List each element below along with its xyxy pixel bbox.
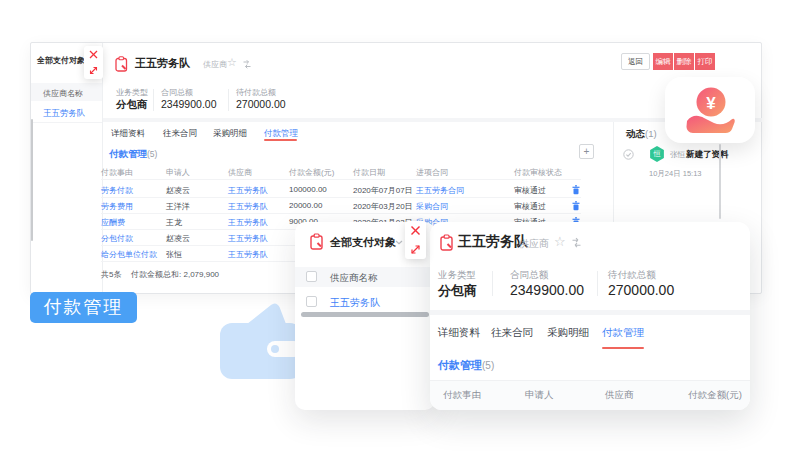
- star-icon[interactable]: ☆: [554, 234, 566, 249]
- total-value: 2,079,900: [183, 270, 219, 279]
- cell-supplier[interactable]: 王五劳务队: [228, 233, 268, 244]
- record-icon: [440, 234, 454, 251]
- stat-value: 270000.00: [608, 282, 674, 298]
- activity-time: 10月24日 15:13: [649, 169, 702, 179]
- tab-purchases[interactable]: 采购明细: [547, 326, 589, 340]
- payee-column-header: 供应商名称: [43, 88, 83, 99]
- cell-applicant: 赵凌云: [166, 233, 190, 244]
- col-header: 申请人: [166, 167, 190, 178]
- check-circle-icon: [623, 149, 634, 160]
- divider: [153, 89, 154, 111]
- stat-value: 分包商: [438, 282, 477, 300]
- divider: [101, 213, 581, 214]
- tab-contracts[interactable]: 往来合同: [491, 326, 533, 340]
- section-title: 付款管理(5): [109, 148, 157, 161]
- section-divider: [430, 310, 750, 315]
- col-header: 供应商: [228, 167, 252, 178]
- cell-supplier[interactable]: 王五劳务队: [228, 217, 268, 228]
- col-header: 付款事由: [443, 389, 481, 402]
- tab-contracts[interactable]: 往来合同: [163, 128, 197, 140]
- expand-icon[interactable]: [410, 244, 421, 255]
- add-payment-button[interactable]: +: [579, 144, 594, 159]
- cell-reason[interactable]: 劳务费用: [101, 201, 133, 212]
- trash-icon[interactable]: [572, 201, 580, 211]
- tab-payments[interactable]: 付款管理: [602, 326, 644, 340]
- overlay-list-title: 全部支付对象: [330, 235, 396, 250]
- avatar[interactable]: 恒: [649, 146, 665, 162]
- activity-title: 动态(1): [626, 128, 657, 141]
- activity-title-text: 动态: [626, 128, 645, 139]
- chevron-down-icon[interactable]: [395, 240, 403, 245]
- table-footer-total: 付款金额总和: 2,079,900: [131, 269, 219, 280]
- section-title: 付款管理(5): [438, 358, 494, 373]
- payment-badge-card: ¥: [665, 77, 755, 143]
- active-tab-underline: [264, 139, 297, 141]
- divider: [492, 271, 493, 296]
- col-header: 进项合同: [416, 167, 448, 178]
- cell-reason[interactable]: 劳务付款: [101, 185, 133, 196]
- cell-supplier[interactable]: 王五劳务队: [228, 249, 268, 260]
- page-canvas: 全部支付对象 供应商名称 王五劳务队 王五劳务队 供应商 ☆ 返回 编辑 删除 …: [0, 0, 792, 459]
- col-header: 付款事由: [101, 167, 133, 178]
- payee-list-item[interactable]: 王五劳务队: [43, 108, 86, 120]
- feature-label: 付款管理: [30, 292, 137, 323]
- share-icon[interactable]: [571, 237, 582, 248]
- col-header: 付款日期: [353, 167, 385, 178]
- cell-amount: 100000.00: [289, 185, 327, 194]
- cell-contract[interactable]: 采购合同: [416, 201, 448, 212]
- stat-label: 待付款总额: [236, 87, 276, 98]
- section-divider: [103, 118, 762, 122]
- close-icon[interactable]: [89, 50, 98, 59]
- row-checkbox[interactable]: [306, 296, 317, 307]
- print-button[interactable]: 打印: [695, 53, 715, 70]
- tab-details[interactable]: 详细资料: [438, 326, 480, 340]
- col-header: 供应商: [605, 389, 634, 402]
- record-icon: [115, 56, 128, 72]
- cell-contract[interactable]: 王五劳务合同: [416, 185, 464, 196]
- divider: [597, 271, 598, 296]
- cell-supplier[interactable]: 王五劳务队: [228, 201, 268, 212]
- col-header: 付款审核状态: [514, 167, 562, 178]
- horizontal-scrollbar[interactable]: [301, 312, 429, 317]
- section-count: (5): [147, 149, 157, 159]
- share-icon[interactable]: [242, 59, 252, 69]
- wallet-illustration: [215, 298, 307, 382]
- cell-applicant: 王洋洋: [166, 201, 190, 212]
- table-footer-count: 共5条: [101, 269, 121, 280]
- col-header: 付款金额(元): [688, 389, 742, 402]
- activity-scrollbar[interactable]: [719, 144, 721, 219]
- delete-button[interactable]: 删除: [674, 53, 694, 70]
- cell-reason[interactable]: 应酬费: [101, 217, 125, 228]
- stat-value: 分包商: [116, 98, 148, 112]
- active-tab-underline: [602, 347, 644, 349]
- cell-supplier[interactable]: 王五劳务队: [228, 185, 268, 196]
- back-button[interactable]: 返回: [621, 53, 650, 70]
- payee-list-title: 全部支付对象: [37, 55, 85, 66]
- tab-details[interactable]: 详细资料: [111, 128, 145, 140]
- total-label: 付款金额总和:: [131, 270, 181, 279]
- overlay-list-item[interactable]: 王五劳务队: [330, 296, 380, 310]
- divider: [101, 179, 581, 180]
- cell-reason[interactable]: 给分包单位付款: [101, 249, 157, 260]
- stat-label: 业务类型: [438, 269, 476, 282]
- divider: [31, 122, 102, 123]
- section-count: (5): [482, 360, 494, 371]
- cell-amount: 20000.00: [289, 201, 322, 210]
- stat-label: 合同总额: [161, 87, 193, 98]
- tab-purchases[interactable]: 采购明细: [213, 128, 247, 140]
- cell-reason[interactable]: 分包付款: [101, 233, 133, 244]
- activity-user: 张恒: [670, 150, 685, 160]
- edit-button[interactable]: 编辑: [653, 53, 673, 70]
- select-all-checkbox[interactable]: [306, 271, 317, 282]
- col-header: 付款金额(元): [289, 167, 334, 178]
- star-icon[interactable]: ☆: [227, 56, 237, 69]
- close-icon[interactable]: [410, 225, 421, 236]
- cell-applicant: 王龙: [166, 217, 182, 228]
- trash-icon[interactable]: [572, 185, 580, 195]
- stat-label: 业务类型: [116, 87, 148, 98]
- left-scrollbar[interactable]: [31, 119, 33, 241]
- overlay-detail-card: 王五劳务队 供应商 ☆ 业务类型 分包商 合同总额 2349900.00 待付款…: [430, 222, 750, 410]
- stat-value: 2349900.00: [161, 98, 216, 110]
- divider: [228, 89, 229, 111]
- expand-icon[interactable]: [89, 66, 98, 75]
